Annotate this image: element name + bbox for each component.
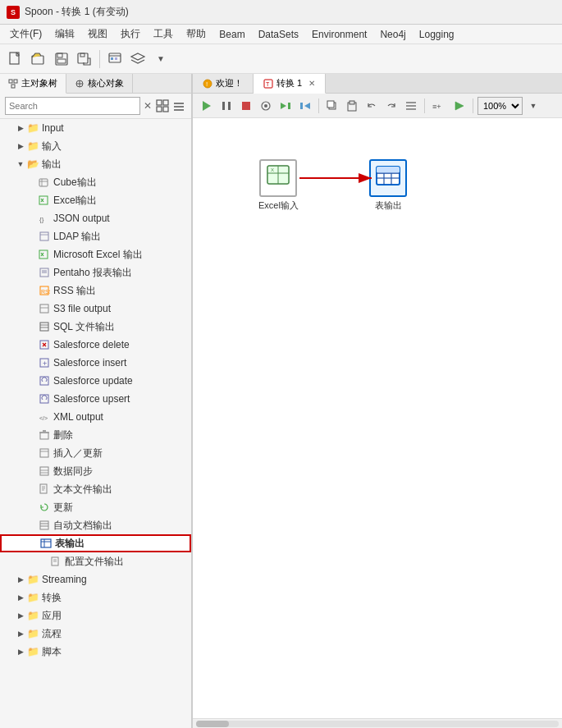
expand-script[interactable]: ▶ — [15, 646, 26, 657]
tab-close-button[interactable]: ✕ — [308, 79, 315, 88]
menu-logging[interactable]: Logging — [413, 27, 461, 42]
tree-item-app[interactable]: ▶ 📁 应用 — [0, 607, 191, 625]
zoom-dropdown-button[interactable]: ▼ — [524, 97, 542, 115]
undo-button[interactable] — [363, 97, 381, 115]
tree-item-pentaho[interactable]: ▶ Pentaho 报表输出 — [0, 263, 191, 282]
menu-datasets[interactable]: DataSets — [252, 27, 305, 42]
tree-item-ldap[interactable]: ▶ LDAP 输出 — [0, 227, 191, 245]
tree-item-excel-out[interactable]: ▶ Excel输出 — [0, 191, 191, 209]
tree-item-rss[interactable]: ▶ RSS RSS 输出 — [0, 282, 191, 300]
saveas-button[interactable] — [74, 48, 95, 70]
tree-label-script: 脚本 — [42, 645, 62, 659]
tree-item-config[interactable]: ▶ 配置文件输出 — [0, 552, 191, 570]
tree-item-xml[interactable]: ▶ </> XML output — [0, 408, 191, 426]
explore-button[interactable] — [104, 48, 126, 70]
expand-input-cn[interactable]: ▶ — [15, 140, 26, 152]
menu-help[interactable]: 帮助 — [180, 25, 212, 43]
tab-main-tree[interactable]: 主对象树 — [0, 74, 66, 94]
tree-item-update[interactable]: ▶ 更新 — [0, 498, 191, 516]
menu-view[interactable]: 视图 — [81, 25, 114, 43]
tree-item-s3[interactable]: ▶ S3 file output — [0, 300, 191, 318]
redo-button[interactable] — [382, 97, 400, 115]
expand-all-button[interactable] — [155, 98, 170, 113]
align-button[interactable] — [402, 97, 420, 115]
save-button[interactable] — [51, 48, 72, 70]
tree-item-flow[interactable]: ▶ 📁 流程 — [0, 625, 191, 643]
file-icon-excel-out — [38, 194, 51, 207]
layers-button[interactable] — [127, 48, 148, 70]
tree-item-delete[interactable]: ▶ 删除 — [0, 426, 191, 444]
menu-neo4j[interactable]: Neo4j — [373, 27, 412, 42]
run2-button[interactable] — [450, 97, 468, 115]
tree-item-msexcel[interactable]: ▶ Microsoft Excel 输出 — [0, 245, 191, 263]
svg-rect-42 — [40, 323, 48, 331]
tree-item-textfile[interactable]: ▶ 文本文件输出 — [0, 480, 191, 498]
preview-button[interactable] — [257, 97, 275, 115]
svg-rect-63 — [40, 521, 48, 529]
expand-flow[interactable]: ▶ — [15, 628, 26, 639]
tree-label-pentaho: Pentaho 报表输出 — [53, 266, 132, 280]
node-excel-input[interactable]: X Excel输入 — [258, 159, 299, 212]
tree-label-delete: 删除 — [53, 428, 73, 442]
tree-item-sfinsert[interactable]: ▶ + Salesforce insert — [0, 354, 191, 372]
menu-file[interactable]: 文件(F) — [3, 25, 48, 43]
tree-item-sfdelete[interactable]: ▶ Salesforce delete — [0, 336, 191, 354]
paste-step-button[interactable] — [343, 97, 361, 115]
tab-transform1[interactable]: T 转换 1 ✕ — [254, 74, 326, 94]
zoom-select[interactable]: 50% 75% 100% 125% 150% 200% — [477, 97, 523, 115]
new-button[interactable] — [5, 48, 26, 70]
tree-label-sfupsert: Salesforce upsert — [53, 393, 130, 405]
open-button[interactable] — [28, 48, 49, 70]
more-toolbar-button[interactable]: ≡+ — [429, 97, 449, 115]
node-table-output[interactable]: 表输出 — [369, 159, 407, 212]
tree-label-rss: RSS 输出 — [53, 284, 96, 298]
tree-item-tableout[interactable]: ▶ 表输出 — [0, 534, 191, 552]
run-button[interactable] — [198, 97, 216, 115]
stop-button[interactable] — [237, 97, 255, 115]
expand-app[interactable]: ▶ — [15, 610, 26, 621]
tab-welcome[interactable]: ! 欢迎！ — [193, 74, 254, 93]
tree-item-sfupdate[interactable]: ▶ Salesforce update — [0, 372, 191, 390]
search-input[interactable] — [5, 97, 140, 115]
tree-item-sfupsert[interactable]: ▶ Salesforce upsert — [0, 390, 191, 408]
tree-item-input-cn[interactable]: ▶ 📁 输入 — [0, 137, 191, 155]
tree-item-script[interactable]: ▶ 📁 脚本 — [0, 643, 191, 661]
tree-label-update: 更新 — [53, 501, 73, 515]
replay-button[interactable] — [296, 97, 314, 115]
collapse-all-button[interactable] — [171, 98, 186, 113]
tree-container[interactable]: ▶ 📁 Input ▶ 📁 输入 ▼ 📂 输出 ▶ Cube输出 — [0, 119, 191, 728]
expand-streaming[interactable]: ▶ — [15, 574, 26, 585]
steprun-button[interactable] — [276, 97, 295, 115]
editor-canvas[interactable]: X Excel输入 表 — [193, 118, 562, 718]
svg-text:{}: {} — [39, 216, 44, 223]
tree-item-streaming[interactable]: ▶ 📁 Streaming ➤ — [0, 570, 191, 588]
copy-step-button[interactable] — [323, 97, 341, 115]
tab-core-objects-label: 核心对象 — [88, 77, 124, 89]
tab-core-objects[interactable]: 核心对象 — [66, 74, 133, 93]
tree-item-datasync[interactable]: ▶ 数据同步 — [0, 462, 191, 480]
dropdown-button[interactable]: ▼ — [150, 48, 171, 70]
expand-input[interactable]: ▶ — [15, 122, 26, 134]
tree-item-input[interactable]: ▶ 📁 Input — [0, 119, 191, 137]
tree-item-json[interactable]: ▶ {} JSON output — [0, 209, 191, 227]
editor-toolbar-sep2 — [424, 98, 425, 113]
tree-item-autodoc[interactable]: ▶ 自动文档输出 — [0, 516, 191, 534]
tree-item-cube[interactable]: ▶ Cube输出 — [0, 173, 191, 191]
menu-tools[interactable]: 工具 — [147, 25, 180, 43]
canvas-hscrollbar[interactable] — [193, 718, 562, 728]
tree-item-sql[interactable]: ▶ SQL 文件输出 — [0, 318, 191, 336]
expand-transform[interactable]: ▶ — [15, 592, 26, 603]
menu-execute[interactable]: 执行 — [114, 25, 147, 43]
menu-edit[interactable]: 编辑 — [48, 25, 81, 43]
tree-item-insertupdate[interactable]: ▶ 插入／更新 — [0, 444, 191, 462]
menu-environment[interactable]: Environment — [305, 27, 373, 42]
expand-output[interactable]: ▼ — [15, 158, 26, 170]
search-clear-button[interactable]: ✕ — [144, 100, 152, 112]
hscroll-thumb[interactable] — [196, 721, 229, 727]
file-icon-autodoc — [38, 519, 51, 532]
pause-button[interactable] — [217, 97, 235, 115]
menu-beam[interactable]: Beam — [212, 27, 251, 42]
node-label-excel-input: Excel输入 — [258, 199, 299, 212]
tree-item-transform[interactable]: ▶ 📁 转换 — [0, 588, 191, 607]
tree-item-output[interactable]: ▼ 📂 输出 — [0, 155, 191, 173]
